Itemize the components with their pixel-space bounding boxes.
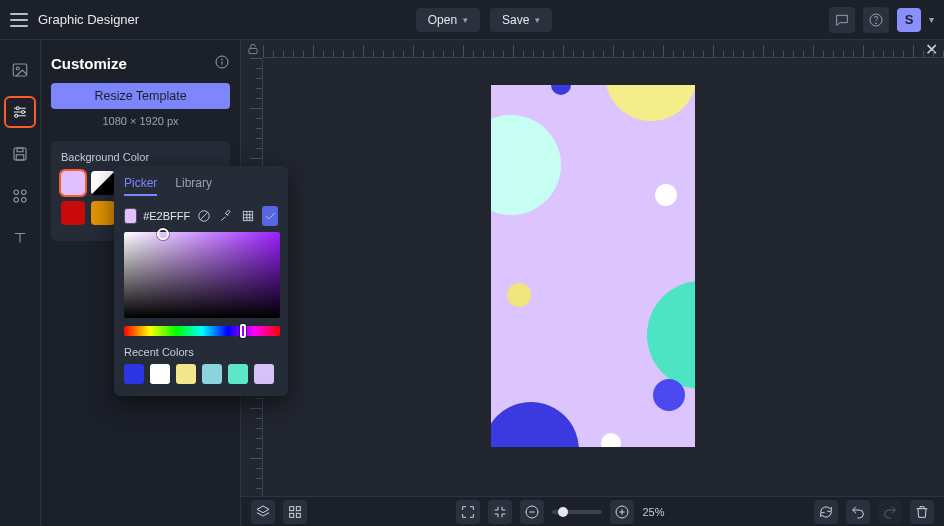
eyedropper-icon[interactable]	[218, 206, 234, 226]
recent-swatch[interactable]	[150, 364, 170, 384]
recent-swatch[interactable]	[228, 364, 248, 384]
chevron-down-icon: ▾	[463, 15, 468, 25]
lock-icon[interactable]	[246, 42, 260, 56]
artboard-circle[interactable]	[491, 115, 561, 215]
no-color-icon[interactable]	[196, 206, 212, 226]
picker-preview-swatch	[124, 208, 137, 224]
tab-picker[interactable]: Picker	[124, 176, 157, 196]
svg-point-3	[16, 67, 19, 70]
svg-rect-22	[296, 513, 300, 517]
svg-point-5	[22, 111, 25, 114]
redo-icon[interactable]	[878, 500, 902, 524]
rail-text-icon[interactable]	[6, 224, 34, 252]
color-picker-popover: Picker Library #E2BFFF Recent Colors	[114, 166, 288, 396]
zoom-in-icon[interactable]	[610, 500, 634, 524]
artboard[interactable]	[491, 85, 695, 447]
artboard-circle[interactable]	[551, 85, 571, 95]
svg-rect-19	[290, 506, 294, 510]
artboard-circle[interactable]	[605, 85, 695, 121]
svg-rect-21	[290, 513, 294, 517]
bottom-center: 25%	[307, 500, 814, 524]
artboard-circle[interactable]	[653, 379, 685, 411]
sv-gradient[interactable]	[124, 232, 280, 318]
collapse-icon[interactable]	[488, 500, 512, 524]
svg-point-1	[876, 22, 877, 23]
resize-template-button[interactable]: Resize Template	[51, 83, 230, 109]
svg-point-15	[222, 59, 223, 60]
artboard-circle[interactable]	[507, 283, 531, 307]
app-title: Graphic Designer	[38, 12, 139, 27]
panel-title: Customize	[51, 55, 127, 72]
panel-header: Customize	[51, 54, 230, 73]
zoom-out-icon[interactable]	[520, 500, 544, 524]
avatar-chevron-down-icon[interactable]: ▾	[929, 14, 934, 25]
rail-customize-icon[interactable]	[6, 98, 34, 126]
rail-save-icon[interactable]	[6, 140, 34, 168]
svg-rect-20	[296, 506, 300, 510]
delete-icon[interactable]	[910, 500, 934, 524]
topbar-right: S ▾	[829, 7, 934, 33]
hue-cursor[interactable]	[240, 324, 246, 338]
topbar-left: Graphic Designer	[10, 12, 139, 27]
help-icon[interactable]	[863, 7, 889, 33]
bottom-left	[251, 500, 307, 524]
artboard-circle[interactable]	[647, 281, 695, 389]
recent-swatch[interactable]	[202, 364, 222, 384]
zoom-thumb[interactable]	[558, 507, 568, 517]
ruler-horizontal	[263, 40, 944, 58]
hue-slider[interactable]	[124, 326, 280, 336]
zoom-label: 25%	[642, 506, 664, 518]
grid-view-icon[interactable]	[283, 500, 307, 524]
recent-colors-label: Recent Colors	[124, 346, 278, 358]
recent-colors-row	[124, 364, 278, 384]
svg-point-4	[16, 107, 19, 110]
refresh-icon[interactable]	[814, 500, 838, 524]
comment-icon[interactable]	[829, 7, 855, 33]
bottom-right	[814, 500, 934, 524]
picker-row: #E2BFFF	[124, 206, 278, 226]
swatch[interactable]	[91, 201, 115, 225]
rail-elements-icon[interactable]	[6, 182, 34, 210]
open-button[interactable]: Open ▾	[416, 8, 480, 32]
bottom-bar: 25%	[241, 496, 944, 526]
check-icon[interactable]	[262, 206, 278, 226]
topbar-center: Open ▾ Save ▾	[139, 8, 829, 32]
artboard-circle[interactable]	[655, 184, 677, 206]
svg-point-11	[22, 190, 27, 195]
svg-point-12	[14, 198, 19, 203]
rail-images-icon[interactable]	[6, 56, 34, 84]
recent-swatch[interactable]	[254, 364, 274, 384]
layers-icon[interactable]	[251, 500, 275, 524]
info-icon[interactable]	[214, 54, 230, 73]
grid-icon[interactable]	[240, 206, 256, 226]
background-color-label: Background Color	[61, 151, 220, 163]
svg-rect-9	[16, 155, 24, 160]
topbar: Graphic Designer Open ▾ Save ▾ S ▾	[0, 0, 944, 40]
fit-screen-icon[interactable]	[456, 500, 480, 524]
artboard-circle[interactable]	[491, 402, 579, 447]
svg-point-6	[15, 114, 18, 117]
chevron-down-icon: ▾	[535, 15, 540, 25]
svg-point-10	[14, 190, 19, 195]
svg-rect-18	[249, 48, 257, 53]
recent-swatch[interactable]	[124, 364, 144, 384]
svg-rect-17	[243, 211, 252, 220]
save-button-label: Save	[502, 13, 529, 27]
tab-library[interactable]: Library	[175, 176, 212, 196]
save-button[interactable]: Save ▾	[490, 8, 552, 32]
swatch[interactable]	[61, 171, 85, 195]
swatch[interactable]	[61, 201, 85, 225]
picker-tabs: Picker Library	[124, 176, 278, 196]
svg-rect-8	[17, 148, 23, 152]
sv-cursor[interactable]	[157, 228, 169, 240]
undo-icon[interactable]	[846, 500, 870, 524]
avatar[interactable]: S	[897, 8, 921, 32]
hamburger-icon[interactable]	[10, 13, 28, 27]
dimensions-label: 1080 × 1920 px	[51, 115, 230, 127]
canvas-area: ✕	[241, 40, 944, 496]
recent-swatch[interactable]	[176, 364, 196, 384]
zoom-slider[interactable]	[552, 510, 602, 514]
swatch[interactable]	[91, 171, 115, 195]
picker-hex[interactable]: #E2BFFF	[143, 210, 190, 222]
artboard-circle[interactable]	[601, 433, 621, 447]
